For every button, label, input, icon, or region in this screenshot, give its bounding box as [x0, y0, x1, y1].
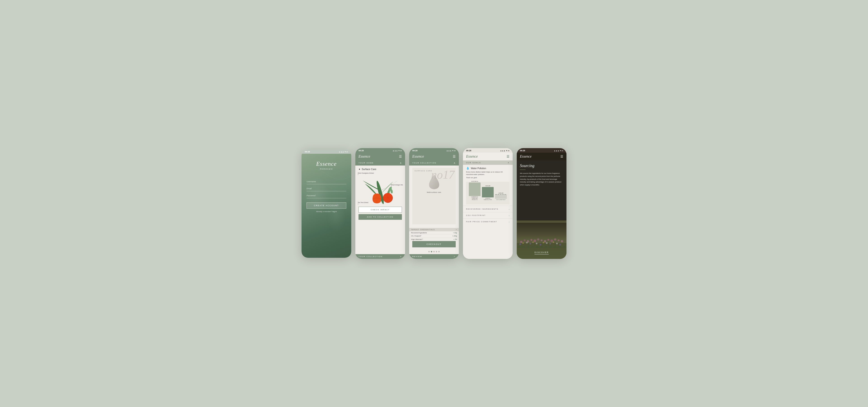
nav-logo-5: Essence — [520, 154, 532, 158]
time-4: 09:28 — [466, 150, 471, 152]
carousel-dots — [409, 249, 459, 254]
hamburger-5[interactable]: ☰ — [560, 155, 563, 158]
bar-essence — [482, 187, 494, 197]
username-field[interactable] — [307, 179, 346, 184]
wifi-icon-4: ▾ — [506, 150, 507, 152]
sourcing-body: We source the ingredients for our home f… — [520, 172, 563, 187]
recovered-ingredients-label: RECOVERED INGREDIENTS — [466, 208, 498, 210]
bar-value-commercial: 6,423,394 ltrs — [471, 181, 478, 182]
dot-3 — [433, 251, 435, 252]
checkout-button[interactable]: CHECKOUT — [412, 241, 456, 247]
home-content: Essence ☰ YOUR HOME ∧ ✦ Surface Care Sil… — [355, 153, 405, 259]
status-bar-2: 09:28 ▲▲▲ ▾ ▭ — [355, 148, 405, 153]
login-background: Essence Homecare CREATE ACCOUNT Already … — [302, 154, 351, 258]
bar-group-commercial: 6,423,394 ltrs COMMERCIALHOMECAREPRODUCT… — [469, 181, 480, 200]
time-1: 09:28 — [305, 151, 310, 153]
status-icons-1: ▲▲▲ ▾ ▭ — [339, 151, 348, 153]
chevron-up-icon-4: ∧ — [508, 162, 509, 164]
status-bar-1: 09:28 ▲▲▲ ▾ ▭ — [302, 149, 351, 154]
nav-bar-4: Essence ☰ — [463, 153, 513, 160]
fair-price-row[interactable]: FAIR PRICE COMMITMENT › — [463, 218, 513, 225]
product-title-area: ✦ Surface Care — [355, 165, 405, 170]
login-subtitle: Homecare — [316, 168, 337, 170]
chevron-up-icon-3: ∧ — [454, 162, 456, 164]
discover-underline — [534, 254, 549, 254]
add-to-collection-button[interactable]: ADD TO COLLECTION — [359, 214, 402, 220]
product-name: Surface Care — [362, 168, 376, 170]
status-bar-4: 09:28 ▲▲▲ ▾ ▭ — [463, 148, 513, 153]
time-2: 09:28 — [359, 150, 364, 152]
no17-text: no17 — [431, 169, 455, 181]
status-bar-5: 09:28 ▲▲▲ ▾ ▭ — [517, 148, 566, 153]
nav-bar-5: Essence ☰ — [517, 153, 566, 160]
dot-2 — [431, 251, 432, 252]
status-icons-3: ▲▲▲ ▾ ▭ — [446, 150, 456, 152]
battery-icon-4: ▭ — [508, 150, 509, 152]
signal-icon-2: ▲▲▲ — [393, 150, 398, 152]
bar-commitment — [495, 194, 507, 199]
time-3: 09:28 — [412, 150, 417, 152]
bar-group-commitment: 2,000,000 OUR COMMITMENT — [495, 192, 507, 200]
email-field[interactable] — [307, 186, 346, 191]
check-icon: ✓ — [454, 255, 456, 257]
goal-icon-title: 💧 Water Pollution — [466, 167, 509, 170]
review-bar: REVIEW ✓ — [409, 254, 459, 259]
nav-bar-3: Essence ☰ — [409, 153, 459, 160]
co2-footprint-row[interactable]: CO2 FOOTPRINT › — [463, 212, 513, 218]
login-link[interactable]: log in — [332, 211, 337, 213]
check-impact-button[interactable]: CHECK IMPACT — [359, 207, 402, 213]
recovered-ingredients-row[interactable]: RECOVERED INGREDIENTS › — [463, 206, 513, 212]
nav-logo-4: Essence — [466, 154, 478, 158]
chevron-right-icon-3: › — [509, 220, 509, 223]
chart-bars: 6,423,394 ltrs COMMERCIALHOMECAREPRODUCT… — [468, 184, 508, 200]
phone-login: 09:28 ▲▲▲ ▾ ▭ Essence Homecare — [302, 149, 351, 258]
dot-4 — [436, 251, 437, 252]
dot-1 — [428, 251, 430, 252]
battery-icon-2: ▭ — [400, 150, 402, 152]
sourcing-title: Sourcing — [520, 163, 563, 168]
your-collection-bottom: YOUR COLLECTION ∨ — [355, 254, 405, 259]
botanical-svg — [355, 170, 405, 207]
phone-collection: 09:28 ▲▲▲ ▾ ▭ Essence ☰ YOUR COLLECTION … — [409, 148, 459, 259]
bar-value-essence: 4,842,658 — [485, 185, 490, 187]
dot-5 — [438, 251, 440, 252]
login-logo-section: Essence Homecare — [316, 160, 337, 170]
bar-label-commitment: OUR COMMITMENT — [496, 199, 506, 200]
bar-label-essence: ESSENCEHOME DILUTION — [484, 198, 492, 200]
water-chart: 6,423,394 ltrs COMMERCIALHOMECAREPRODUCT… — [466, 182, 509, 205]
track-link[interactable]: Track our goal. — [466, 177, 509, 179]
wifi-icon-2: ▾ — [399, 150, 399, 152]
nav-logo-3: Essence — [412, 154, 424, 158]
signal-icon-4: ▲▲▲ — [500, 150, 505, 152]
wifi-icon-5: ▾ — [560, 150, 561, 152]
battery-icon-3: ▭ — [454, 150, 456, 152]
nav-bar-2: Essence ☰ — [355, 153, 405, 160]
nav-logo-2: Essence — [359, 154, 370, 158]
hamburger-2[interactable]: ☰ — [399, 155, 402, 158]
password-field[interactable] — [307, 193, 346, 198]
create-account-button[interactable]: CREATE ACCOUNT — [307, 202, 346, 209]
status-bar-3: 09:28 ▲▲▲ ▾ ▭ — [409, 148, 459, 153]
discover-button[interactable]: DISCOVER — [534, 251, 549, 254]
credentials-header: TARGET CREDENTIALS + — [409, 228, 459, 231]
bar-group-essence: 4,842,658 ESSENCEHOME DILUTION — [482, 185, 494, 200]
credential-row-1: Recovered Ingredients < 82g — [409, 231, 459, 234]
collection-card: SURFACE CARE no17 Multi-surface — [412, 168, 456, 224]
login-logo: Essence — [316, 160, 337, 167]
signal-icon-5: ▲▲▲ — [554, 150, 559, 152]
co2-footprint-label: CO2 FOOTPRINT — [466, 214, 486, 216]
goal-desc: Every home dilution tablet helps us to r… — [466, 171, 509, 176]
your-home-header: YOUR HOME ∧ — [355, 160, 405, 165]
collection-header: YOUR COLLECTION ∧ — [409, 160, 459, 165]
goal-item-water: 💧 Water Pollution Every home dilution ta… — [463, 165, 513, 181]
chevron-right-icon-2: › — [509, 214, 509, 217]
botanical-image: Silver Eucalyptus Extract.+ Blood Orange… — [355, 170, 405, 207]
water-drop-icon: 💧 — [466, 167, 469, 170]
hamburger-3[interactable]: ☰ — [453, 155, 456, 158]
fair-price-label: FAIR PRICE COMMITMENT — [466, 221, 497, 223]
sourcing-content: Essence ☰ Sourcing We source the ingredi… — [517, 153, 566, 259]
collection-content: Essence ☰ YOUR COLLECTION ∧ SURFACE CARE… — [409, 153, 459, 259]
member-text: Already a member? log in — [307, 211, 346, 213]
time-5: 09:28 — [520, 150, 525, 152]
hamburger-4[interactable]: ☰ — [506, 155, 509, 158]
